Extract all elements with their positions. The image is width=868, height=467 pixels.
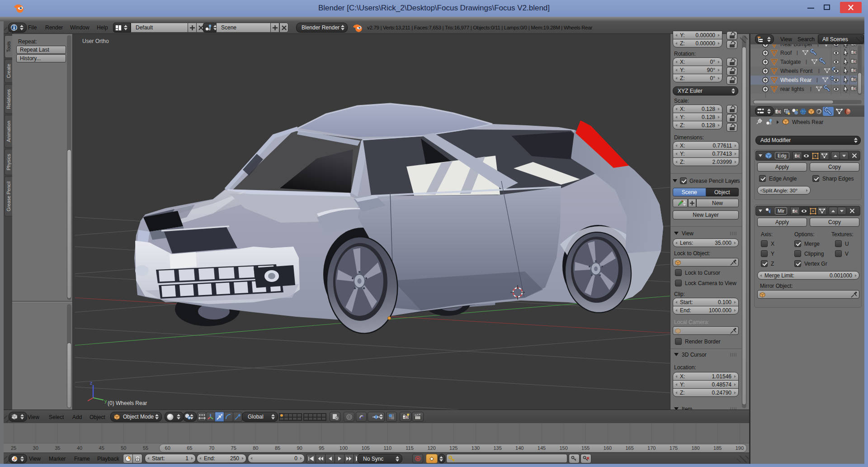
svg-text:(0) Wheels Rear: (0) Wheels Rear — [108, 400, 147, 406]
svg-text:z: z — [90, 380, 93, 386]
svg-text:User Ortho: User Ortho — [82, 38, 109, 44]
svg-text:y: y — [104, 398, 107, 404]
